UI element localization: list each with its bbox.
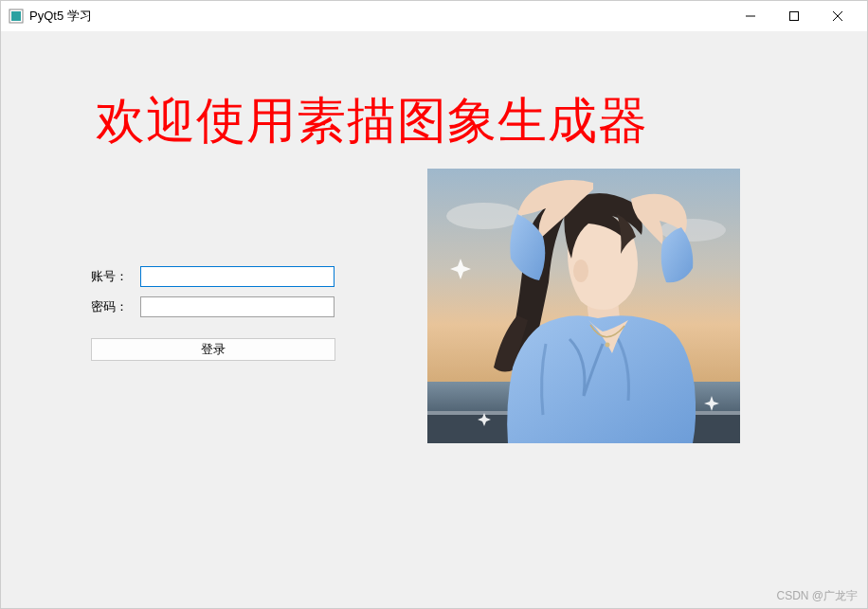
username-row: 账号：: [91, 266, 335, 287]
titlebar[interactable]: PyQt5 学习: [1, 1, 867, 31]
window-controls: [729, 2, 859, 30]
close-button[interactable]: [816, 2, 859, 30]
svg-point-13: [606, 343, 610, 348]
page-title: 欢迎使用素描图象生成器: [96, 88, 648, 154]
svg-rect-1: [11, 11, 21, 21]
password-label: 密码：: [91, 298, 140, 315]
client-area: 欢迎使用素描图象生成器 账号： 密码： 登录: [1, 31, 867, 608]
portrait-image: [427, 169, 740, 443]
svg-point-7: [446, 203, 522, 229]
username-input[interactable]: [140, 266, 335, 287]
svg-point-12: [573, 260, 588, 282]
app-icon: [9, 9, 24, 24]
maximize-button[interactable]: [772, 2, 816, 30]
login-form: 账号： 密码： 登录: [91, 266, 335, 361]
login-button-label: 登录: [201, 341, 226, 358]
watermark: CSDN @广龙宇: [776, 588, 858, 604]
password-row: 密码：: [91, 296, 335, 317]
login-button[interactable]: 登录: [91, 338, 335, 361]
application-window: PyQt5 学习 欢迎使用素描图象生成器 账号：: [0, 0, 868, 609]
minimize-button[interactable]: [729, 2, 772, 30]
window-title: PyQt5 学习: [29, 8, 92, 25]
svg-rect-3: [790, 11, 799, 20]
password-input[interactable]: [140, 296, 335, 317]
username-label: 账号：: [91, 268, 140, 285]
